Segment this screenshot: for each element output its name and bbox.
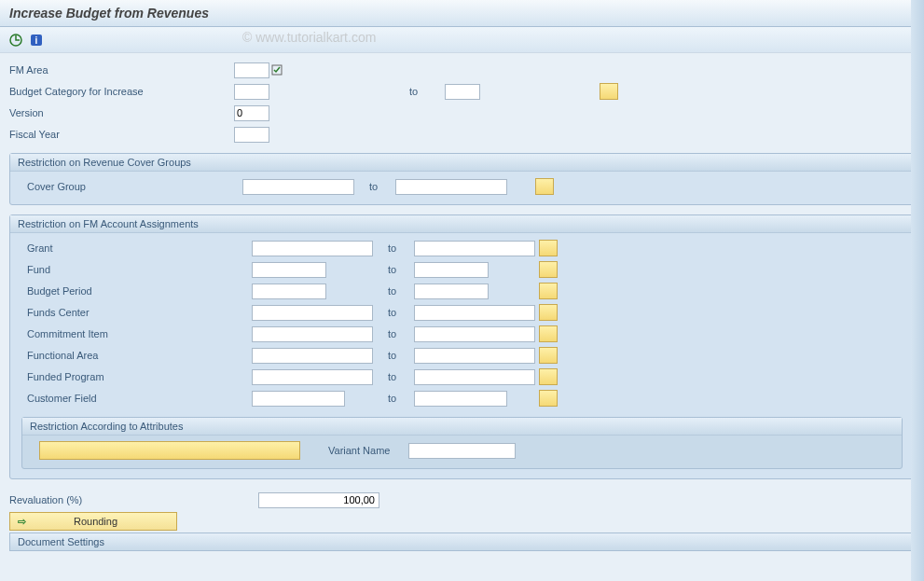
budget-period-select-button[interactable]: [539, 283, 558, 299]
attributes-box: Restriction According to Attributes Vari…: [21, 417, 903, 469]
fm-area-input[interactable]: [234, 62, 269, 78]
to-label: to: [389, 86, 445, 97]
document-settings-header[interactable]: Document Settings: [9, 533, 915, 551]
to-label: to: [354, 181, 395, 192]
cover-groups-box: Restriction on Revenue Cover Groups Cove…: [9, 153, 915, 205]
grant-label: Grant: [14, 242, 252, 254]
funds-center-select-button[interactable]: [539, 304, 558, 321]
functional-area-label: Functional Area: [14, 350, 252, 361]
cover-group-label: Cover Group: [14, 181, 242, 192]
budget-period-label: Budget Period: [14, 285, 252, 297]
execute-icon[interactable]: [7, 32, 24, 48]
budget-category-to-input[interactable]: [445, 84, 480, 100]
attributes-title: Restriction According to Attributes: [22, 418, 902, 436]
toolbar: i: [0, 27, 924, 53]
to-label: to: [373, 307, 414, 318]
watermark: © www.tutorialkart.com: [242, 30, 376, 45]
variant-name-input[interactable]: [408, 443, 516, 459]
rounding-button[interactable]: ⇨ Rounding: [9, 512, 177, 531]
grant-from-input[interactable]: [252, 241, 373, 256]
budget-period-from-input[interactable]: [252, 284, 326, 299]
fund-label: Fund: [14, 264, 252, 275]
content-area: FM Area Budget Category for Increase to …: [0, 53, 924, 559]
version-label: Version: [6, 107, 234, 118]
attributes-select-button[interactable]: [39, 441, 300, 460]
fiscal-year-input[interactable]: [234, 127, 269, 143]
to-label: to: [373, 350, 414, 361]
variant-name-label: Variant Name: [300, 445, 390, 456]
arrow-right-icon: ⇨: [10, 516, 34, 528]
budget-category-select-button[interactable]: [600, 83, 618, 100]
to-label: to: [373, 264, 414, 275]
funds-center-label: Funds Center: [14, 307, 252, 318]
fund-select-button[interactable]: [539, 261, 558, 278]
version-input[interactable]: [234, 105, 269, 121]
fiscal-year-label: Fiscal Year: [6, 129, 234, 140]
functional-area-to-input[interactable]: [414, 348, 535, 364]
to-label: to: [373, 328, 414, 339]
fm-assignments-box: Restriction on FM Account Assignments Gr…: [9, 214, 915, 479]
grant-to-input[interactable]: [414, 241, 535, 256]
fund-to-input[interactable]: [414, 262, 489, 278]
cover-groups-title: Restriction on Revenue Cover Groups: [10, 154, 914, 172]
budget-period-to-input[interactable]: [414, 284, 489, 299]
customer-field-from-input[interactable]: [252, 391, 345, 407]
commitment-item-from-input[interactable]: [252, 326, 373, 342]
funds-center-from-input[interactable]: [252, 305, 373, 321]
to-label: to: [373, 371, 414, 382]
to-label: to: [373, 285, 414, 297]
funded-program-label: Funded Program: [14, 371, 252, 382]
to-label: to: [373, 393, 414, 404]
svg-text:i: i: [35, 35, 38, 46]
customer-field-to-input[interactable]: [414, 391, 507, 407]
fm-assignments-title: Restriction on FM Account Assignments: [10, 215, 914, 233]
page-title: Increase Budget from Revenues: [0, 0, 924, 27]
to-label: to: [373, 242, 414, 254]
fund-from-input[interactable]: [252, 262, 326, 278]
customer-field-select-button[interactable]: [539, 390, 558, 407]
commitment-item-label: Commitment Item: [14, 328, 252, 339]
cover-group-select-button[interactable]: [535, 178, 554, 195]
funded-program-to-input[interactable]: [414, 369, 535, 385]
functional-area-select-button[interactable]: [539, 347, 558, 364]
functional-area-from-input[interactable]: [252, 348, 373, 364]
cover-group-to-input[interactable]: [395, 179, 507, 195]
fm-area-label: FM Area: [6, 64, 234, 76]
info-icon[interactable]: i: [28, 32, 45, 48]
funded-program-select-button[interactable]: [539, 368, 558, 385]
funds-center-to-input[interactable]: [414, 305, 535, 321]
grant-select-button[interactable]: [539, 240, 558, 256]
required-icon: [271, 64, 283, 76]
commitment-item-to-input[interactable]: [414, 326, 535, 342]
right-sidebar: [911, 0, 924, 581]
funded-program-from-input[interactable]: [252, 369, 373, 385]
revaluation-input[interactable]: [258, 492, 379, 508]
revaluation-label: Revaluation (%): [6, 494, 234, 505]
rounding-button-label: Rounding: [34, 516, 176, 527]
commitment-item-select-button[interactable]: [539, 325, 558, 342]
customer-field-label: Customer Field: [14, 393, 252, 404]
budget-category-label: Budget Category for Increase: [6, 86, 234, 97]
budget-category-from-input[interactable]: [234, 84, 269, 100]
cover-group-from-input[interactable]: [242, 179, 354, 195]
